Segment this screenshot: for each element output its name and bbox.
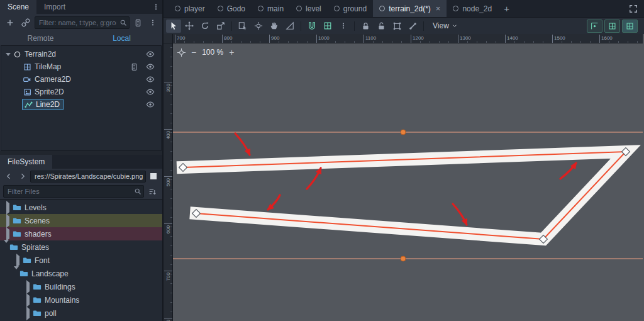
add-node-button[interactable] (3, 18, 17, 27)
history-back-button[interactable] (3, 172, 15, 180)
lock-object-button[interactable] (358, 20, 373, 33)
tile-grid-button-1[interactable] (587, 20, 602, 33)
tile-grid-button-3[interactable] (622, 20, 638, 33)
expander-icon[interactable] (14, 269, 19, 278)
smart-snap-toggle[interactable] (304, 20, 319, 33)
expander-icon[interactable] (24, 309, 32, 318)
select-tool-button[interactable] (166, 20, 181, 33)
move-tool-button[interactable] (182, 20, 197, 33)
attach-script-button[interactable] (131, 19, 145, 27)
visibility-toggle[interactable] (143, 100, 157, 109)
distraction-free-icon[interactable] (623, 0, 644, 17)
rotate-tool-button[interactable] (197, 20, 213, 33)
tabbar-spacer (73, 0, 150, 14)
zoom-level[interactable]: 100 % (202, 48, 223, 57)
visibility-toggle[interactable] (143, 62, 157, 71)
scene-tab-level[interactable]: level (290, 0, 328, 17)
sort-files-button[interactable] (146, 188, 159, 196)
expander-icon[interactable] (4, 203, 12, 212)
2d-viewport[interactable]: 7008009001000110012001300140015001600 30… (164, 34, 644, 321)
group-selected-button[interactable] (389, 20, 404, 33)
skeleton-options-button[interactable] (405, 20, 420, 33)
folder-row-spirates[interactable]: Spirates (0, 240, 162, 254)
folder-row-levels[interactable]: Levels (0, 201, 162, 214)
scene-tab-ground[interactable]: ground (328, 0, 373, 17)
node2d-icon (12, 50, 22, 59)
scene-tab-main[interactable]: main (252, 0, 290, 17)
ruler-left[interactable]: 300400500600700800 (164, 43, 173, 321)
folder-row-mountains[interactable]: Mountains (0, 293, 162, 307)
visibility-toggle[interactable] (143, 75, 157, 84)
scene-tree-row-sprite2d[interactable]: Sprite2D (1, 86, 161, 98)
folder-row-buildings[interactable]: Buildings (0, 280, 162, 293)
tile-plugin-buttons (587, 20, 641, 33)
expander-icon[interactable] (14, 256, 22, 265)
visibility-toggle[interactable] (143, 87, 157, 96)
close-tab-icon[interactable]: × (436, 4, 441, 13)
scene-tab-node-2d[interactable]: node_2d (447, 0, 498, 17)
tile-grid-button-2[interactable] (604, 20, 620, 33)
pan-tool-button[interactable] (267, 20, 282, 33)
tab-import[interactable]: Import (36, 0, 73, 14)
list-select-tool-button[interactable] (235, 20, 250, 33)
folder-row-font[interactable]: Font (0, 254, 162, 267)
new-scene-tab-button[interactable]: + (498, 0, 515, 17)
guide-handle[interactable] (401, 130, 406, 135)
scene-tab-terrain-2d[interactable]: terrain_2d(*)× (373, 0, 447, 17)
scene-tab-godo[interactable]: Godo (211, 0, 252, 17)
node-label: TileMap (35, 62, 61, 71)
current-path[interactable]: res://Spirates/Landscape/cubie.png (30, 171, 146, 183)
expander-icon[interactable] (24, 296, 32, 305)
split-mode-toggle-icon[interactable] (150, 173, 157, 179)
zoom-in-button[interactable]: + (229, 48, 234, 57)
zoom-out-button[interactable]: − (191, 48, 196, 57)
folder-row-poll[interactable]: poll (0, 307, 162, 320)
scene-tree-row-terrain2d[interactable]: Terrain2d (1, 48, 161, 60)
remote-tab[interactable]: Remote (0, 31, 81, 45)
folder-label: Landscape (31, 269, 69, 278)
scene-tab-label: player (184, 4, 205, 13)
expander-icon[interactable] (24, 283, 32, 291)
scene-tree-row-tilemap[interactable]: TileMap (1, 60, 161, 73)
expander-icon[interactable] (4, 243, 9, 252)
tab-scene[interactable]: Scene (0, 0, 36, 14)
unlock-object-button[interactable] (374, 20, 389, 33)
guide-handle[interactable] (401, 256, 406, 261)
ruler-tool-button[interactable] (282, 20, 297, 33)
expander-icon[interactable] (4, 217, 12, 225)
file-filter-input[interactable] (3, 185, 144, 198)
canvas-viewport[interactable] (173, 43, 643, 321)
script-icon[interactable] (128, 63, 141, 71)
search-icon (134, 188, 142, 195)
local-tab[interactable]: Local (81, 31, 162, 45)
indent-spacer (14, 63, 22, 71)
scene-tree-row-line2d[interactable]: Line2D (1, 98, 161, 111)
center-view-icon[interactable] (177, 48, 186, 57)
scene-filter-input[interactable] (35, 16, 130, 29)
scene-options-button[interactable] (147, 19, 159, 26)
snap-options-button[interactable] (336, 20, 351, 33)
scene-tab-label: terrain_2d(*) (389, 4, 431, 13)
tab-filesystem[interactable]: FileSystem (0, 155, 52, 169)
toolbar-divider (354, 21, 355, 31)
scene-tree-row-camera2d[interactable]: Camera2D (1, 73, 161, 86)
instance-scene-button[interactable] (19, 18, 33, 27)
dock-menu-button[interactable] (150, 0, 162, 14)
folder-row-landscape[interactable]: Landscape (0, 267, 162, 280)
expander-icon[interactable] (4, 50, 12, 59)
view-menu-button[interactable]: View (427, 21, 464, 30)
expander-icon[interactable] (4, 230, 12, 239)
grid-snap-toggle[interactable] (320, 20, 335, 33)
visibility-toggle[interactable] (143, 50, 157, 59)
folder-row-shaders[interactable]: shaders (0, 227, 162, 240)
pivot-tool-button[interactable] (251, 20, 266, 33)
annotation-arrow (235, 133, 250, 155)
scene-tab-player[interactable]: player (169, 0, 211, 17)
history-forward-button[interactable] (16, 172, 29, 180)
node-label: Line2D (36, 100, 60, 109)
ruler-label: 500 (165, 177, 171, 186)
toolbar-divider (423, 21, 424, 31)
folder-row-scenes[interactable]: Scenes (0, 214, 162, 227)
scale-tool-button[interactable] (213, 20, 228, 33)
ruler-top[interactable]: 7008009001000110012001300140015001600 (173, 34, 643, 43)
